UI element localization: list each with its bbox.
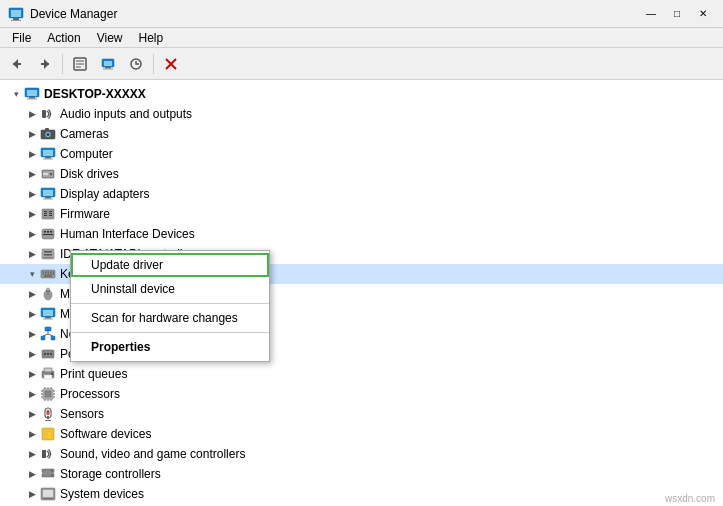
- tree-item-display[interactable]: ▶ Display adapters: [0, 184, 723, 204]
- computer-toggle[interactable]: ▶: [24, 146, 40, 162]
- disk-toggle[interactable]: ▶: [24, 166, 40, 182]
- disk-label: Disk drives: [60, 167, 119, 181]
- svg-point-88: [51, 373, 53, 375]
- firmware-icon: [40, 206, 56, 222]
- menu-help[interactable]: Help: [131, 28, 172, 47]
- ports-toggle[interactable]: ▶: [24, 346, 40, 362]
- svg-rect-46: [49, 215, 52, 216]
- svg-rect-76: [41, 336, 45, 340]
- network-toggle[interactable]: ▶: [24, 326, 40, 342]
- svg-line-79: [43, 334, 48, 336]
- menu-file[interactable]: File: [4, 28, 39, 47]
- svg-rect-43: [44, 215, 47, 216]
- ctx-uninstall-device[interactable]: Uninstall device: [71, 277, 269, 301]
- window-title: Device Manager: [30, 7, 639, 21]
- uninstall-button[interactable]: [158, 52, 184, 76]
- display-toggle[interactable]: ▶: [24, 186, 40, 202]
- context-menu[interactable]: Update driver Uninstall device Scan for …: [70, 250, 270, 362]
- window-controls[interactable]: — □ ✕: [639, 5, 715, 23]
- toolbar: [0, 48, 723, 80]
- tree-item-sound[interactable]: ▶ Sound, video and game controllers: [0, 444, 723, 464]
- print-icon: [40, 366, 56, 382]
- svg-rect-67: [44, 276, 52, 277]
- root-icon: [24, 86, 40, 102]
- minimize-button[interactable]: —: [639, 5, 663, 23]
- svg-point-112: [51, 470, 53, 472]
- forward-button[interactable]: [32, 52, 58, 76]
- svg-line-80: [48, 334, 53, 336]
- svg-rect-20: [27, 90, 37, 96]
- storage-toggle[interactable]: ▶: [24, 466, 40, 482]
- sound-toggle[interactable]: ▶: [24, 446, 40, 462]
- tree-item-computer[interactable]: ▶ Computer: [0, 144, 723, 164]
- svg-rect-64: [48, 274, 50, 275]
- print-toggle[interactable]: ▶: [24, 366, 40, 382]
- processors-icon: [40, 386, 56, 402]
- system-toggle[interactable]: ▶: [24, 486, 40, 502]
- wsxdn-credit: wsxdn.com: [665, 493, 715, 504]
- menu-action[interactable]: Action: [39, 28, 88, 47]
- menu-view[interactable]: View: [89, 28, 131, 47]
- computer-icon: [40, 146, 56, 162]
- scan-button[interactable]: [123, 52, 149, 76]
- tree-item-hid[interactable]: ▶ Human Interface Devices: [0, 224, 723, 244]
- processors-label: Processors: [60, 387, 120, 401]
- ide-toggle[interactable]: ▶: [24, 246, 40, 262]
- storage-label: Storage controllers: [60, 467, 161, 481]
- monitor-icon: [40, 306, 56, 322]
- svg-rect-72: [43, 310, 53, 316]
- sensors-label: Sensors: [60, 407, 104, 421]
- monitors-toggle[interactable]: ▶: [24, 306, 40, 322]
- svg-rect-15: [103, 68, 113, 69]
- svg-rect-7: [41, 63, 49, 65]
- svg-rect-21: [29, 97, 35, 99]
- properties-button[interactable]: [67, 52, 93, 76]
- hid-icon: [40, 226, 56, 242]
- tree-item-print[interactable]: ▶ Print queues: [0, 364, 723, 384]
- sensors-toggle[interactable]: ▶: [24, 406, 40, 422]
- update-driver-button[interactable]: [95, 52, 121, 76]
- ctx-separator-2: [71, 332, 269, 333]
- svg-rect-62: [43, 274, 45, 275]
- software-toggle[interactable]: ▶: [24, 426, 40, 442]
- svg-point-83: [47, 353, 49, 355]
- tree-item-software[interactable]: ▶ ⚡ Software devices: [0, 424, 723, 444]
- tree-item-processors[interactable]: ▶ Proces: [0, 384, 723, 404]
- mice-toggle[interactable]: ▶: [24, 286, 40, 302]
- firmware-toggle[interactable]: ▶: [24, 206, 40, 222]
- svg-rect-2: [13, 18, 19, 20]
- toolbar-separator-2: [153, 54, 154, 74]
- camera-icon: [40, 126, 56, 142]
- svg-rect-75: [45, 327, 51, 331]
- audio-toggle[interactable]: ▶: [24, 106, 40, 122]
- ctx-scan-hardware[interactable]: Scan for hardware changes: [71, 306, 269, 330]
- svg-point-82: [44, 353, 46, 355]
- tree-item-disk[interactable]: ▶ Disk drives: [0, 164, 723, 184]
- tree-item-system[interactable]: ▶ System devices: [0, 484, 723, 504]
- cameras-toggle[interactable]: ▶: [24, 126, 40, 142]
- tree-item-firmware[interactable]: ▶ Firmware: [0, 204, 723, 224]
- keyboard-icon: [40, 266, 56, 282]
- ide-icon: [40, 246, 56, 262]
- tree-root[interactable]: ▾ DESKTOP-XXXXX: [0, 84, 723, 104]
- tree-item-sensors[interactable]: ▶ Sensors: [0, 404, 723, 424]
- tree-item-storage[interactable]: ▶ Storage controllers: [0, 464, 723, 484]
- close-button[interactable]: ✕: [691, 5, 715, 23]
- svg-rect-54: [44, 254, 52, 256]
- root-toggle[interactable]: ▾: [8, 86, 24, 102]
- ctx-update-driver[interactable]: Update driver: [71, 253, 269, 277]
- svg-rect-48: [44, 231, 46, 233]
- keyboards-toggle[interactable]: ▾: [24, 266, 40, 282]
- tree-item-audio[interactable]: ▶ Audio inputs and outputs: [0, 104, 723, 124]
- processors-toggle[interactable]: ▶: [24, 386, 40, 402]
- cameras-label: Cameras: [60, 127, 109, 141]
- svg-rect-42: [44, 213, 47, 214]
- back-button[interactable]: [4, 52, 30, 76]
- svg-point-113: [51, 474, 53, 476]
- svg-rect-74: [43, 319, 53, 320]
- ctx-properties[interactable]: Properties: [71, 335, 269, 359]
- tree-item-cameras[interactable]: ▶ Cameras: [0, 124, 723, 144]
- menu-bar: File Action View Help: [0, 28, 723, 48]
- maximize-button[interactable]: □: [665, 5, 689, 23]
- hid-toggle[interactable]: ▶: [24, 226, 40, 242]
